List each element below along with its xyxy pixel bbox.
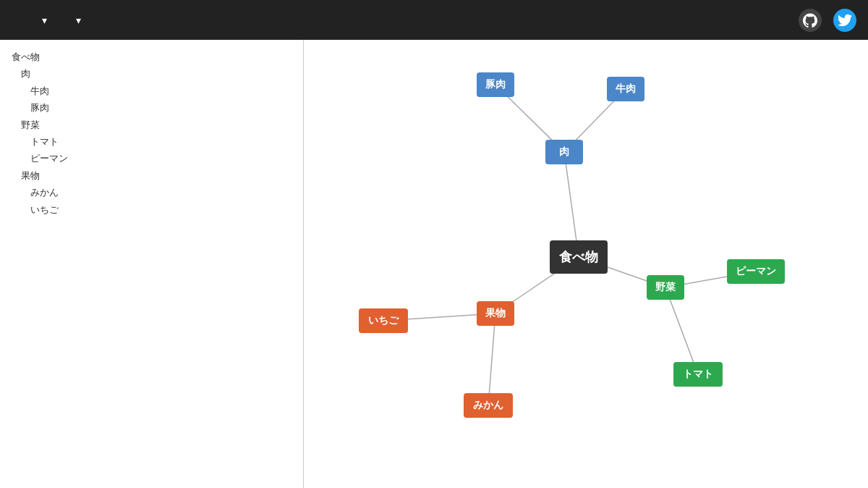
mindmap-edge	[665, 287, 698, 374]
navbar: ▾ ▾	[0, 0, 868, 40]
github-icon[interactable]	[799, 9, 822, 32]
tree-item: みかん	[12, 184, 292, 201]
tree-item: 肉	[12, 65, 292, 82]
tree-item: 食べ物	[12, 49, 292, 65]
sidebar-tree: 食べ物 肉 牛肉 豚肉 野菜 トマト ピーマン 果物 みかん いちご	[12, 49, 292, 218]
mindmap-edge	[488, 314, 495, 405]
tree-item: 果物	[12, 167, 292, 184]
node-orange[interactable]: みかん	[464, 393, 513, 418]
file-menu-button[interactable]: ▾	[33, 12, 53, 29]
tree-item: 牛肉	[12, 83, 292, 99]
node-veg[interactable]: 野菜	[647, 275, 684, 300]
tree-item: いちご	[12, 201, 292, 218]
node-beef[interactable]: 牛肉	[607, 77, 644, 101]
mindmap-menu-button[interactable]: ▾	[67, 12, 87, 29]
node-pepper[interactable]: ピーマン	[727, 259, 785, 284]
node-root[interactable]: 食べ物	[550, 240, 608, 274]
tree-item: トマト	[12, 133, 292, 150]
twitter-icon[interactable]	[833, 9, 856, 32]
chevron-down-icon: ▾	[42, 14, 47, 26]
sidebar: 食べ物 肉 牛肉 豚肉 野菜 トマト ピーマン 果物 みかん いちご	[0, 40, 304, 488]
node-tomato[interactable]: トマト	[673, 362, 723, 387]
node-fruit[interactable]: 果物	[477, 301, 514, 326]
tree-item: 野菜	[12, 117, 292, 133]
node-meat[interactable]: 肉	[545, 140, 583, 164]
tree-item: 豚肉	[12, 99, 292, 116]
canvas-area[interactable]: 食べ物肉野菜果物牛肉豚肉トマトピーマンみかんいちご	[304, 40, 868, 488]
node-pork[interactable]: 豚肉	[477, 72, 514, 97]
nav-right	[787, 9, 856, 32]
chevron-down-icon: ▾	[76, 14, 81, 26]
node-straw[interactable]: いちご	[359, 308, 408, 333]
tree-item: ピーマン	[12, 150, 292, 167]
main-layout: 食べ物 肉 牛肉 豚肉 野菜 トマト ピーマン 果物 みかん いちご 食べ物肉野…	[0, 40, 868, 488]
